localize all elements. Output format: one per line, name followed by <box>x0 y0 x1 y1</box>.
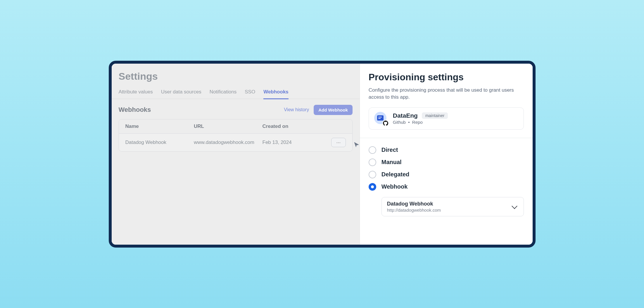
page-title: Settings <box>112 71 360 87</box>
cell-url: www.datadogwebhook.com <box>194 140 263 145</box>
radio-input[interactable] <box>369 171 376 178</box>
view-history-link[interactable]: View history <box>284 107 309 112</box>
app-card: DataEng maintainer Github • Repo <box>369 107 524 130</box>
add-webhook-button[interactable]: Add Webhook <box>314 105 353 115</box>
tab-sso[interactable]: SSO <box>245 87 255 99</box>
app-window: Settings Attribute values User data sour… <box>109 61 536 248</box>
webhook-select-text: Datadog Webhook http://datadogwebhook.co… <box>387 201 441 213</box>
webhook-select-url: http://datadogwebhook.com <box>387 208 441 213</box>
document-icon <box>377 115 384 121</box>
chevron-down-icon <box>512 203 517 209</box>
divider <box>360 138 533 138</box>
webhooks-table: Name URL Created on Datadog Webhook www.… <box>119 119 353 152</box>
app-provider: Github <box>393 120 406 125</box>
section-title: Webhooks <box>119 106 151 114</box>
panel-title: Provisioning settings <box>369 72 524 83</box>
cell-name: Datadog Webhook <box>125 140 194 145</box>
settings-pane: Settings Attribute values User data sour… <box>112 64 360 245</box>
cursor-icon <box>353 141 360 149</box>
github-icon <box>382 120 389 126</box>
webhook-select[interactable]: Datadog Webhook http://datadogwebhook.co… <box>381 197 524 216</box>
radio-input[interactable] <box>369 183 376 191</box>
settings-tabs: Attribute values User data sources Notif… <box>112 87 360 99</box>
section-actions: View history Add Webhook <box>284 105 353 115</box>
provisioning-options: Direct Manual Delegated Webhook Datadog … <box>369 146 524 216</box>
col-header-name: Name <box>125 123 194 129</box>
tab-attribute-values[interactable]: Attribute values <box>119 87 153 99</box>
webhook-select-name: Datadog Webhook <box>387 201 441 207</box>
app-info: DataEng maintainer Github • Repo <box>393 112 518 125</box>
row-actions-button[interactable]: ... <box>331 138 346 147</box>
table-header: Name URL Created on <box>119 119 352 134</box>
tab-user-data-sources[interactable]: User data sources <box>161 87 201 99</box>
radio-label: Direct <box>381 147 398 153</box>
panel-description: Configure the provisioning process that … <box>369 87 524 101</box>
radio-label: Webhook <box>381 183 408 190</box>
app-icon-wrap <box>374 112 388 125</box>
col-header-created: Created on <box>263 123 322 129</box>
radio-input[interactable] <box>369 159 376 166</box>
radio-direct[interactable]: Direct <box>369 146 524 154</box>
tab-webhooks[interactable]: Webhooks <box>263 87 289 99</box>
provisioning-panel: Provisioning settings Configure the prov… <box>360 64 533 245</box>
radio-label: Delegated <box>381 171 410 178</box>
app-name: DataEng <box>393 112 418 119</box>
radio-manual[interactable]: Manual <box>369 159 524 166</box>
app-type: Repo <box>412 120 423 125</box>
app-meta: Github • Repo <box>393 120 518 125</box>
radio-webhook[interactable]: Webhook <box>369 183 524 191</box>
radio-input[interactable] <box>369 146 376 154</box>
col-header-url: URL <box>194 123 263 129</box>
tab-notifications[interactable]: Notifications <box>210 87 237 99</box>
role-badge: maintainer <box>422 112 448 119</box>
radio-delegated[interactable]: Delegated <box>369 171 524 178</box>
webhooks-section-header: Webhooks View history Add Webhook <box>112 99 360 119</box>
table-row[interactable]: Datadog Webhook www.datadogwebhook.com F… <box>119 134 352 151</box>
cell-created: Feb 13, 2024 <box>263 140 322 145</box>
radio-label: Manual <box>381 159 402 166</box>
